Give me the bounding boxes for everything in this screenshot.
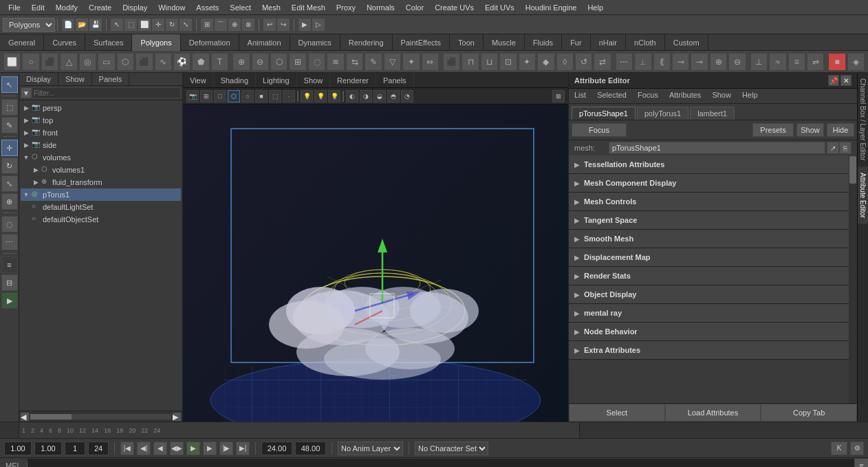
- attr-menu-show[interactable]: Show: [706, 89, 737, 103]
- menu-file[interactable]: File: [3, 2, 26, 13]
- attr-bookmark-icon[interactable]: ↗: [827, 142, 839, 154]
- select-button[interactable]: Select: [569, 404, 665, 422]
- poly-cone-icon[interactable]: △: [60, 53, 77, 71]
- expand-side[interactable]: ▶: [22, 141, 30, 149]
- anim-layer-select[interactable]: No Anim Layer: [338, 442, 403, 455]
- tab-animation[interactable]: Animation: [239, 34, 290, 51]
- outliner-filter-icon[interactable]: ▼: [21, 87, 32, 98]
- smooth-icon[interactable]: ◌: [308, 53, 325, 71]
- soften-icon[interactable]: ≈: [769, 53, 786, 71]
- menu-select[interactable]: Select: [224, 2, 257, 13]
- normals-icon[interactable]: ⊥: [750, 53, 768, 71]
- rotate-icon[interactable]: ↻: [165, 18, 179, 32]
- expand-front[interactable]: ▶: [22, 129, 30, 137]
- ipr-icon[interactable]: ▷: [312, 18, 325, 32]
- left-tab-show[interactable]: Show: [58, 73, 92, 85]
- attr-pin-icon[interactable]: 📌: [828, 75, 839, 86]
- vp-grid-icon[interactable]: ⊞: [200, 90, 213, 102]
- tab-muscle[interactable]: Muscle: [484, 34, 525, 51]
- left-tab-panels[interactable]: Panels: [92, 73, 130, 85]
- snap-surface-icon[interactable]: ⊗: [241, 18, 255, 32]
- select-icon[interactable]: ↖: [110, 18, 124, 32]
- open-icon[interactable]: 📂: [75, 18, 89, 32]
- rotate-tool-btn[interactable]: ↻: [1, 158, 18, 174]
- redo-icon[interactable]: ↪: [276, 18, 290, 32]
- vp-light2-icon[interactable]: 💡: [314, 90, 327, 102]
- character-set-select[interactable]: No Character Set: [415, 442, 488, 455]
- undo-icon[interactable]: ↩: [263, 18, 276, 32]
- poly-pipe-icon[interactable]: ⬛: [135, 53, 153, 71]
- move-icon[interactable]: ✛: [151, 18, 165, 32]
- tab-nhair[interactable]: nHair: [591, 34, 626, 51]
- poly-misc-icon[interactable]: ⬟: [192, 53, 209, 71]
- mode-select[interactable]: Polygons: [3, 18, 55, 32]
- vp-dof-icon[interactable]: ◔: [401, 90, 413, 102]
- vp-hud-icon[interactable]: ⊠: [552, 90, 565, 102]
- wedge-icon[interactable]: ◆: [537, 53, 554, 71]
- extract-icon[interactable]: ⬡: [270, 53, 287, 71]
- attr-close-icon[interactable]: ✕: [840, 75, 851, 86]
- insert-loop-icon[interactable]: ⟂: [634, 53, 651, 71]
- expand-volumes[interactable]: ▼: [22, 153, 30, 162]
- vp-tab-lighting[interactable]: Lighting: [256, 73, 297, 87]
- menu-window[interactable]: Window: [153, 2, 191, 13]
- tab-dynamics[interactable]: Dynamics: [290, 34, 340, 51]
- outliner-volumes1[interactable]: ▶ ⬡ volumes1: [21, 164, 181, 176]
- load-attributes-button[interactable]: Load Attributes: [665, 404, 761, 422]
- vp-ssao-icon[interactable]: ◓: [387, 90, 400, 102]
- timeline-numbers[interactable]: 1 2 4 6 8 10 12 14 16 18 20 22 24: [19, 422, 579, 438]
- vp-points-icon[interactable]: ·: [283, 90, 295, 102]
- paint-select-btn[interactable]: ✎: [1, 117, 18, 133]
- section-mental-ray-header[interactable]: ▶ mental ray: [569, 304, 849, 322]
- section-mesh-component-header[interactable]: ▶ Mesh Component Display: [569, 174, 849, 192]
- attr-mesh-input[interactable]: [609, 142, 825, 154]
- play-fwd-btn[interactable]: ▶: [186, 442, 200, 455]
- spin-icon[interactable]: ↺: [575, 53, 592, 71]
- transfer-icon[interactable]: ⇆: [346, 53, 363, 71]
- menu-houdini[interactable]: Houdini Engine: [520, 2, 583, 13]
- poly-plane-icon[interactable]: ▭: [98, 53, 115, 71]
- menu-display[interactable]: Display: [117, 2, 153, 13]
- vp-ao-icon[interactable]: ◑: [360, 90, 372, 102]
- attr-tab-ptorus-shape[interactable]: pTorusShape1: [572, 107, 636, 120]
- section-mesh-controls-header[interactable]: ▶ Mesh Controls: [569, 193, 849, 210]
- outliner-fluid-transform[interactable]: ▶ ⊕ fluid_transform: [21, 176, 181, 188]
- attr-menu-help[interactable]: Help: [737, 89, 763, 103]
- focus-button[interactable]: Focus: [572, 123, 627, 137]
- expand-top[interactable]: ▶: [22, 116, 30, 124]
- show-hide-btn[interactable]: ≡: [1, 257, 18, 273]
- hide-button[interactable]: Hide: [827, 123, 854, 137]
- vp-flat-icon[interactable]: ■: [255, 90, 268, 102]
- attr-copy-icon[interactable]: ⎘: [839, 142, 851, 154]
- reduce-icon[interactable]: ▽: [384, 53, 401, 71]
- vp-select-icon[interactable]: □: [214, 90, 226, 102]
- color-icon[interactable]: ■: [828, 53, 845, 71]
- side-tab-channel-box[interactable]: Channel Box / Layer Editor: [858, 73, 868, 167]
- section-tangent-header[interactable]: ▶ Tangent Space: [569, 211, 849, 229]
- go-end-btn[interactable]: ▶|: [236, 442, 250, 455]
- tab-custom[interactable]: Custom: [665, 34, 708, 51]
- attr-menu-list[interactable]: List: [569, 89, 592, 103]
- section-object-display-header[interactable]: ▶ Object Display: [569, 285, 849, 303]
- poly-cylinder-icon[interactable]: ⬛: [41, 53, 58, 71]
- outliner-side[interactable]: ▶ 📷 side: [21, 139, 181, 151]
- section-extra-attrs-header[interactable]: ▶ Extra Attributes: [569, 341, 849, 359]
- mel-input[interactable]: [28, 459, 854, 468]
- scale-tool-btn[interactable]: ⤡: [1, 175, 18, 192]
- outliner-front[interactable]: ▶ 📷 front: [21, 127, 181, 139]
- paint-geo-icon[interactable]: ✎: [365, 53, 382, 71]
- vp-tab-panels[interactable]: Panels: [376, 73, 414, 87]
- scroll-left-btn[interactable]: ◀: [21, 413, 29, 421]
- render-icon[interactable]: ▶: [298, 18, 312, 32]
- vp-tab-show[interactable]: Show: [297, 73, 331, 87]
- show-button[interactable]: Show: [796, 123, 824, 137]
- tab-rendering[interactable]: Rendering: [340, 34, 393, 51]
- menu-proxy[interactable]: Proxy: [331, 2, 361, 13]
- menu-create-uvs[interactable]: Create UVs: [429, 2, 479, 13]
- poly-cube-icon[interactable]: ⬜: [3, 53, 21, 71]
- render-btn[interactable]: ▶: [1, 292, 18, 309]
- outliner-search-input[interactable]: [32, 87, 181, 98]
- menu-edit[interactable]: Edit: [26, 2, 50, 13]
- next-key-btn[interactable]: |▶: [219, 442, 233, 455]
- tab-painteffects[interactable]: PaintEffects: [393, 34, 451, 51]
